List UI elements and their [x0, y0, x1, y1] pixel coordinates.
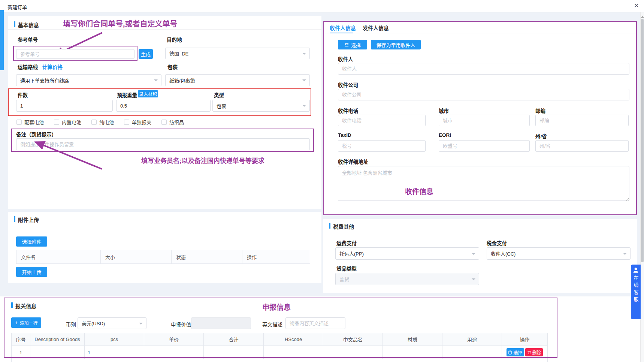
clipboard-icon — [508, 350, 512, 355]
col-unit-price: 单价 — [144, 333, 204, 346]
type-label: 类型 — [214, 91, 224, 99]
checkbox-icon — [124, 120, 129, 125]
taxid-input[interactable] — [338, 140, 426, 152]
checkbox-icon — [16, 120, 22, 125]
declare-value-input[interactable] — [191, 317, 251, 329]
cell-unit-price[interactable] — [144, 346, 204, 359]
checkbox-icon — [161, 120, 167, 125]
checkbox-separate-customs[interactable]: 单独报关 — [124, 118, 151, 126]
eori-input[interactable] — [439, 140, 530, 152]
divider — [8, 29, 321, 30]
checkbox-label: 单独报关 — [132, 118, 151, 126]
save-common-recipient-button[interactable]: 保存为常用收件人 — [371, 40, 421, 49]
textarea-resize-handle[interactable] — [626, 197, 629, 201]
col-hscode: HScode — [264, 333, 323, 346]
customs-card: 报关信息 申报信息 + 添加一行 币别 美元(USD) 申报价值 英文描述 序号… — [0, 296, 640, 362]
tax-card: 税费其他 运费支付 税金支付 托运人(PP) 收件人(CC) 货品类型 普货 — [323, 219, 637, 293]
ref-number-input[interactable] — [16, 49, 134, 59]
tab-recipient-info[interactable]: 收件人信息 — [330, 24, 356, 31]
col-pcs: pcs — [85, 333, 144, 346]
pieces-input[interactable] — [16, 100, 113, 112]
checkbox-builtin-battery[interactable]: 内置电池 — [54, 118, 81, 126]
customs-title: 报关信息 — [15, 302, 36, 310]
state-input[interactable] — [535, 140, 629, 152]
weight-input[interactable] — [116, 100, 211, 112]
taxid-label: TaxID — [338, 132, 351, 138]
package-label: 包装 — [167, 63, 178, 70]
chevron-down-icon — [154, 79, 158, 83]
choose-attachment-button[interactable]: 选择附件 — [16, 236, 47, 247]
enter-volume-badge[interactable]: 录入材积 — [138, 90, 158, 97]
scrollbar-thumb[interactable] — [641, 19, 644, 262]
section-accent — [14, 216, 15, 222]
col-status: 状态 — [172, 250, 242, 264]
recipient-address-textarea[interactable] — [338, 166, 629, 201]
recipient-annotation: 收件信息 — [405, 186, 433, 196]
tabs-divider — [324, 33, 636, 33]
col-action: 操作 — [242, 250, 310, 264]
checkbox-pure-battery[interactable]: 纯电池 — [91, 118, 114, 126]
generate-button[interactable]: 生成 — [139, 49, 153, 59]
checkbox-with-battery[interactable]: 配套电池 — [16, 118, 44, 126]
cell-cn-name[interactable] — [323, 346, 383, 359]
destination-value: 德国 DE — [169, 50, 188, 57]
calc-price-link[interactable]: 计算价格 — [42, 63, 63, 70]
col-size: 大小 — [101, 250, 172, 264]
add-row-label: 添加一行 — [20, 320, 38, 326]
remark-input[interactable] — [16, 138, 310, 150]
select-recipient-button[interactable]: 选择 — [338, 40, 367, 49]
goods-type-select[interactable]: 普货 — [335, 273, 479, 285]
cell-total[interactable] — [204, 346, 264, 359]
cell-material[interactable] — [383, 346, 442, 359]
start-upload-button[interactable]: 开始上传 — [16, 267, 47, 277]
destination-select[interactable]: 德国 DE — [165, 48, 310, 59]
type-select[interactable]: 包裹 — [212, 100, 310, 112]
tax-pay-select[interactable]: 收件人(CC) — [487, 247, 631, 260]
col-index: 序号 — [12, 333, 30, 346]
row-select-button[interactable]: 选择 — [507, 348, 524, 356]
checkbox-textile[interactable]: 纺织品 — [161, 118, 184, 126]
ref-annotation: 填写你们合同单号,或者自定义单号 — [63, 18, 178, 29]
city-label: 城市 — [439, 107, 449, 114]
left-accent-stripe — [0, 10, 4, 70]
attachment-title: 附件上传 — [18, 216, 39, 223]
col-description: Description of Goods — [30, 333, 85, 346]
dialog-title: 新建订单 — [7, 3, 27, 10]
attachment-table: 文件名 大小 状态 操作 — [16, 250, 310, 264]
zip-input[interactable] — [535, 115, 629, 126]
cell-usage[interactable] — [442, 346, 502, 359]
cell-pcs[interactable]: 1 — [85, 346, 144, 359]
basic-info-card: 基本信息 填写你们合同单号,或者自定义单号 参考单号 生成 目的地 德国 DE … — [8, 16, 321, 209]
currency-value: 美元(USD) — [82, 320, 105, 327]
add-row-button[interactable]: + 添加一行 — [11, 317, 41, 328]
row-delete-button[interactable]: 删除 — [525, 348, 543, 356]
recipient-phone-label: 收件电话 — [338, 107, 358, 114]
table-row-partial — [12, 359, 548, 362]
cell-index: 1 — [12, 346, 30, 359]
route-select[interactable]: 通用下单支持所有线路 — [16, 74, 161, 86]
recipient-name-input[interactable] — [338, 63, 629, 75]
divider — [323, 231, 637, 231]
trash-icon — [527, 350, 531, 355]
cell-hscode[interactable] — [264, 346, 323, 359]
city-input[interactable] — [439, 115, 530, 126]
select-recipient-label: 选择 — [351, 41, 361, 48]
currency-select[interactable]: 美元(USD) — [78, 317, 146, 329]
cell-description[interactable] — [30, 346, 85, 359]
basic-info-title: 基本信息 — [18, 21, 39, 28]
recipient-phone-input[interactable] — [338, 115, 426, 126]
battery-options-row: 配套电池 内置电池 纯电池 单独报关 纺织品 — [16, 118, 194, 126]
english-desc-input[interactable] — [285, 317, 345, 329]
package-select[interactable]: 纸箱/包裹袋 — [165, 74, 310, 86]
tab-sender-info[interactable]: 发件人信息 — [363, 24, 389, 31]
recipient-name-label: 收件人 — [338, 55, 353, 63]
online-service-widget[interactable]: 在线客服 — [631, 265, 641, 319]
scrollbar-up-icon[interactable] — [641, 15, 644, 18]
scrollbar-track[interactable] — [640, 12, 644, 362]
close-icon[interactable]: ✕ — [634, 2, 639, 9]
destination-label: 目的地 — [167, 36, 182, 43]
new-order-dialog: 新建订单 ✕ 基本信息 填写你们合同单号,或者自定义单号 参考单号 生成 目的地… — [0, 0, 644, 362]
recipient-company-input[interactable] — [338, 89, 629, 100]
chevron-down-icon — [302, 53, 306, 57]
freight-pay-select[interactable]: 托运人(PP) — [335, 247, 479, 260]
